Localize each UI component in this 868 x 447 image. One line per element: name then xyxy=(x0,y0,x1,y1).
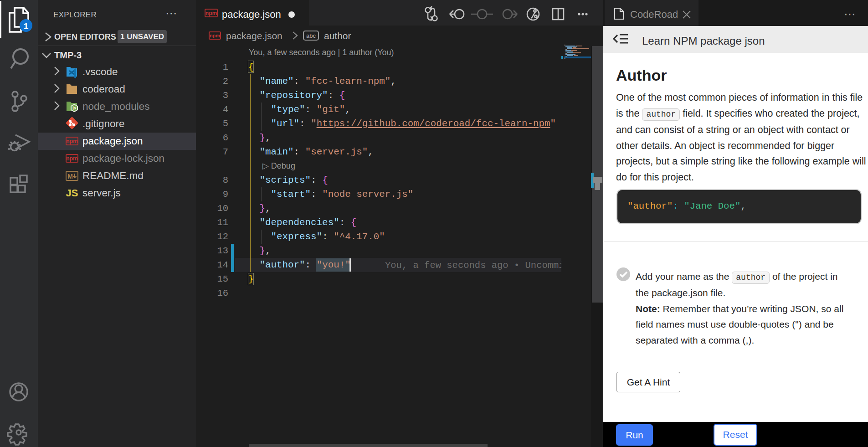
svg-text:npm: npm xyxy=(66,138,77,144)
svg-text:1: 1 xyxy=(24,21,29,31)
svg-text:npm: npm xyxy=(210,33,220,38)
svg-text:M: M xyxy=(67,173,73,180)
svg-text:JS: JS xyxy=(66,187,78,199)
svg-text:abc: abc xyxy=(306,32,316,39)
svg-text:npm: npm xyxy=(205,10,217,16)
svg-text:npm: npm xyxy=(66,155,77,162)
svg-text:js: js xyxy=(72,106,76,110)
